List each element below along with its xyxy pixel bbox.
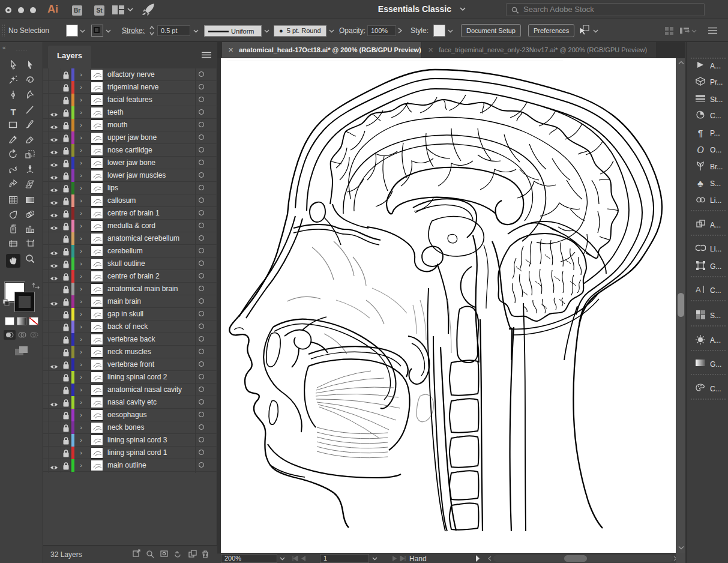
svg-text:A: A [696,285,701,294]
